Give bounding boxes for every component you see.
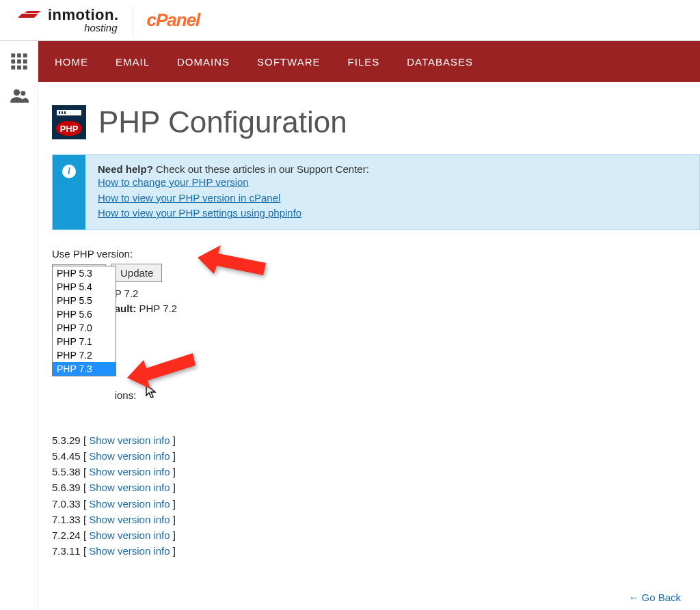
option-php-5-6[interactable]: PHP 5.6 — [53, 307, 116, 321]
help-link-phpinfo[interactable]: How to view your PHP settings using phpi… — [98, 206, 369, 221]
inmotion-name: inmotion — [48, 6, 114, 23]
nav-domains[interactable]: DOMAINS — [177, 56, 230, 68]
help-link-view-version[interactable]: How to view your PHP version in cPanel — [98, 191, 369, 206]
option-php-7-2[interactable]: PHP 7.2 — [53, 348, 116, 362]
use-version-label: Use PHP version: — [52, 248, 700, 260]
svg-rect-8 — [23, 66, 27, 70]
arrow-left-icon: ← — [628, 592, 638, 603]
info-icon: i — [62, 165, 76, 178]
help-lead: Need help? Check out these articles in o… — [98, 163, 369, 175]
svg-rect-6 — [11, 66, 15, 70]
svg-rect-2 — [23, 53, 27, 57]
version-row: 5.5.38 [ Show version info ] — [52, 464, 700, 480]
show-version-info-link[interactable]: Show version info — [89, 466, 170, 477]
nav-files[interactable]: FILES — [347, 56, 379, 68]
nav-software[interactable]: SOFTWARE — [257, 56, 320, 68]
branding-bar: inmotion. hosting cPanel — [0, 0, 700, 41]
php-version-dropdown-list[interactable]: PHP 5.3 PHP 5.4 PHP 5.5 PHP 5.6 PHP 7.0 … — [52, 266, 116, 376]
option-php-5-5[interactable]: PHP 5.5 — [53, 294, 116, 307]
option-php-5-4[interactable]: PHP 5.4 — [53, 280, 116, 294]
svg-rect-4 — [17, 59, 21, 64]
show-version-info-link[interactable]: Show version info — [89, 434, 170, 446]
inmotion-logo: inmotion. hosting — [18, 8, 119, 33]
show-version-info-link[interactable]: Show version info — [89, 529, 170, 541]
svg-rect-14 — [62, 111, 63, 114]
version-row: 7.2.24 [ Show version info ] — [52, 527, 700, 543]
version-row: 5.3.29 [ Show version info ] — [52, 432, 700, 448]
svg-rect-5 — [23, 59, 27, 64]
php-version-form: Use PHP version: PHP 7.2 Update P 7.2 au… — [38, 230, 700, 282]
show-version-info-link[interactable]: Show version info — [89, 545, 170, 557]
nav-databases[interactable]: DATABASES — [407, 56, 473, 68]
show-version-info-link[interactable]: Show version info — [89, 498, 170, 510]
inmotion-sub: hosting — [18, 23, 119, 33]
svg-rect-13 — [59, 111, 60, 114]
option-php-7-3[interactable]: PHP 7.3 — [53, 362, 116, 376]
show-version-info-link[interactable]: Show version info — [89, 514, 170, 525]
show-version-info-link[interactable]: Show version info — [89, 450, 170, 462]
annotation-arrow-update — [198, 242, 266, 281]
option-php-5-3[interactable]: PHP 5.3 — [53, 266, 116, 280]
grid-apps-icon[interactable] — [10, 52, 29, 71]
main-nav: HOME EMAIL DOMAINS SOFTWARE FILES DATABA… — [38, 41, 700, 82]
main: HOME EMAIL DOMAINS SOFTWARE FILES DATABA… — [38, 41, 700, 610]
svg-rect-7 — [17, 66, 21, 70]
divider — [133, 7, 133, 34]
version-row: 5.6.39 [ Show version info ] — [52, 480, 700, 495]
swoosh-icon — [18, 11, 45, 19]
svg-point-9 — [13, 89, 19, 96]
nav-home[interactable]: HOME — [55, 56, 88, 68]
info-icon-col: i — [53, 155, 85, 230]
installed-versions: 5.3.29 [ Show version info ] 5.4.45 [ Sh… — [38, 426, 700, 559]
version-row: 7.1.33 [ Show version info ] — [52, 512, 700, 527]
svg-rect-0 — [11, 53, 15, 57]
help-link-change-version[interactable]: How to change your PHP version — [98, 175, 369, 191]
version-row: 5.4.45 [ Show version info ] — [52, 448, 700, 464]
annotation-arrow-php73 — [127, 350, 196, 389]
version-row: 7.3.11 [ Show version info ] — [52, 543, 700, 559]
page-title: PHP Configuration — [98, 105, 347, 139]
cpanel-logo: cPanel — [147, 10, 200, 31]
php-icon: PHP — [52, 105, 86, 139]
svg-point-10 — [21, 91, 25, 96]
svg-rect-15 — [64, 111, 66, 114]
svg-rect-3 — [11, 59, 15, 64]
option-php-7-0[interactable]: PHP 7.0 — [53, 321, 116, 335]
version-row: 7.0.33 [ Show version info ] — [52, 496, 700, 512]
page-heading-row: PHP PHP Configuration — [38, 82, 700, 154]
help-callout: i Need help? Check out these articles in… — [52, 154, 700, 230]
nav-email[interactable]: EMAIL — [116, 56, 150, 68]
go-back-link[interactable]: Go Back — [641, 592, 681, 603]
svg-rect-12 — [57, 110, 81, 115]
option-php-7-1[interactable]: PHP 7.1 — [53, 335, 116, 348]
users-icon[interactable] — [10, 86, 29, 105]
svg-text:PHP: PHP — [60, 124, 79, 134]
go-back: ←Go Back — [628, 592, 681, 603]
left-rail — [0, 41, 38, 610]
svg-rect-1 — [17, 53, 21, 57]
show-version-info-link[interactable]: Show version info — [89, 482, 170, 493]
